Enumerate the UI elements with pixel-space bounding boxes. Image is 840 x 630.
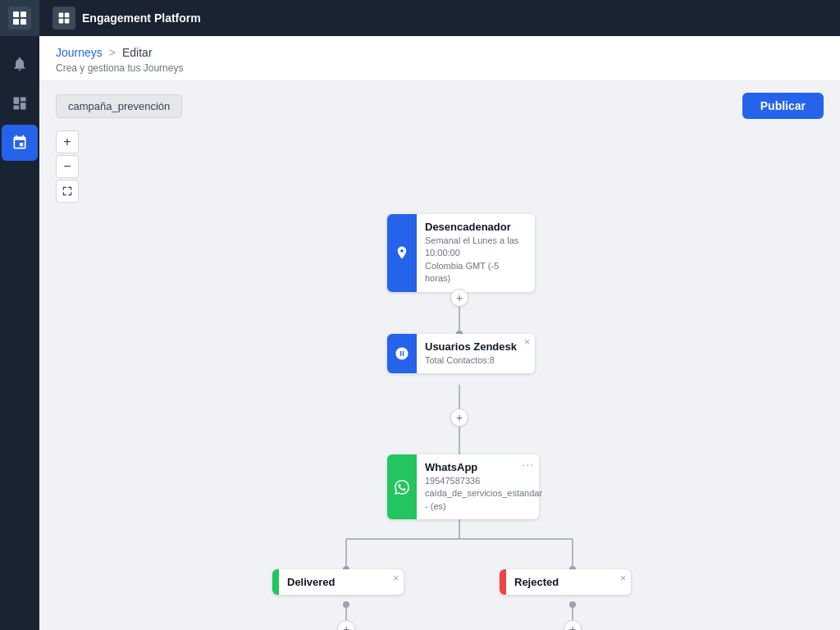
svg-rect-1 bbox=[21, 11, 26, 17]
breadcrumb: Journeys > Editar bbox=[56, 46, 824, 59]
trigger-node: Desencadenador Semanal el Lunes a las 10… bbox=[387, 214, 535, 292]
zendesk-users-node: Usuarios Zendesk Total Contactos:8 × bbox=[387, 334, 535, 373]
whatsapp-menu[interactable]: ··· bbox=[522, 458, 534, 471]
trigger-node-title: Desencadenador bbox=[425, 221, 527, 233]
breadcrumb-area: Journeys > Editar Crea y gestiona tus Jo… bbox=[39, 36, 840, 81]
add-node-btn-2[interactable]: + bbox=[450, 409, 468, 427]
breadcrumb-current: Editar bbox=[122, 46, 153, 59]
sidebar-nav bbox=[0, 36, 39, 161]
add-node-btn-rejected[interactable]: + bbox=[564, 620, 582, 630]
app-logo bbox=[0, 0, 39, 36]
rejected-close[interactable]: × bbox=[620, 573, 626, 584]
trigger-node-icon bbox=[387, 214, 417, 292]
delivered-bar bbox=[272, 569, 279, 595]
app-title: Engagement Platform bbox=[82, 11, 201, 25]
add-node-btn-delivered[interactable]: + bbox=[337, 620, 355, 630]
zendesk-users-title: Usuarios Zendesk bbox=[425, 340, 527, 353]
sidebar-item-journeys[interactable] bbox=[2, 125, 38, 161]
delivered-content: Delivered bbox=[279, 569, 404, 595]
trigger-node-line1: Semanal el Lunes a las 10:00:00 bbox=[425, 235, 527, 260]
breadcrumb-subtitle: Crea y gestiona tus Journeys bbox=[56, 62, 824, 74]
zendesk-users-content: Usuarios Zendesk Total Contactos:8 bbox=[417, 334, 535, 373]
zoom-fit-button[interactable] bbox=[56, 180, 79, 203]
rejected-bar bbox=[500, 569, 506, 595]
campaign-tag: campaña_prevención bbox=[56, 94, 182, 118]
delivered-node: Delivered × bbox=[272, 569, 404, 595]
zoom-out-button[interactable]: − bbox=[56, 155, 79, 178]
svg-rect-5 bbox=[65, 13, 70, 18]
whatsapp-icon bbox=[387, 454, 417, 519]
breadcrumb-parent[interactable]: Journeys bbox=[56, 46, 103, 59]
zendesk-users-icon bbox=[387, 334, 417, 373]
svg-rect-3 bbox=[21, 19, 26, 25]
svg-rect-6 bbox=[59, 19, 64, 24]
page-content: Journeys > Editar Crea y gestiona tus Jo… bbox=[39, 36, 840, 630]
zoom-controls: + − bbox=[56, 130, 79, 203]
rejected-node: Rejected × bbox=[500, 569, 631, 595]
publish-button[interactable]: Publicar bbox=[742, 93, 824, 119]
zendesk-users-subtitle: Total Contactos:8 bbox=[425, 354, 527, 367]
svg-rect-2 bbox=[13, 19, 19, 25]
zendesk-users-close[interactable]: × bbox=[524, 337, 530, 347]
trigger-node-line2: Colombia GMT (-5 horas) bbox=[425, 260, 527, 285]
delivered-close[interactable]: × bbox=[393, 573, 399, 584]
sidebar-item-analytics[interactable] bbox=[2, 85, 38, 121]
svg-rect-4 bbox=[59, 13, 64, 18]
journey-editor: campaña_prevención Publicar + − bbox=[39, 81, 840, 630]
sidebar bbox=[0, 0, 39, 630]
topbar-logo bbox=[52, 7, 75, 30]
topbar: Engagement Platform bbox=[39, 0, 840, 36]
rejected-content: Rejected bbox=[506, 569, 631, 595]
sidebar-item-notifications[interactable] bbox=[2, 46, 38, 82]
whatsapp-node: WhatsApp 19547587336 caída_de_servicios_… bbox=[387, 454, 539, 519]
breadcrumb-sep: > bbox=[109, 46, 116, 59]
svg-point-22 bbox=[569, 601, 576, 608]
delivered-title: Delivered bbox=[287, 576, 395, 588]
whatsapp-line2: caída_de_servicios_estandar - (es) bbox=[425, 487, 542, 513]
main-content: Engagement Platform Journeys > Editar Cr… bbox=[39, 0, 840, 630]
svg-rect-0 bbox=[13, 11, 19, 17]
svg-point-21 bbox=[343, 601, 349, 608]
add-node-btn-1[interactable]: + bbox=[450, 289, 468, 307]
zoom-in-button[interactable]: + bbox=[56, 130, 79, 153]
trigger-node-content: Desencadenador Semanal el Lunes a las 10… bbox=[417, 214, 535, 292]
whatsapp-line1: 19547587336 bbox=[425, 475, 542, 487]
rejected-title: Rejected bbox=[514, 576, 623, 588]
logo-icon bbox=[8, 7, 31, 30]
svg-rect-7 bbox=[65, 19, 70, 24]
